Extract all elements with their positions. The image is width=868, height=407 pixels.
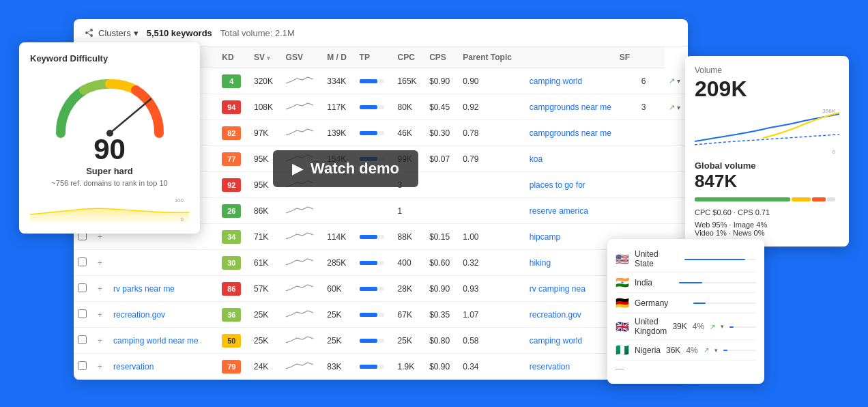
parent-topic-link[interactable]: rv camping nea [530, 284, 585, 294]
gauge-label: Super hard [86, 166, 133, 176]
row-cpc-cell: $0.30 [425, 120, 459, 146]
watch-demo-overlay[interactable]: ▶ Watch demo [273, 150, 418, 187]
row-keyword-cell: rv parks near me [109, 276, 218, 302]
row-gsv-cell: 60K [323, 276, 355, 302]
row-spacer-cell [616, 68, 637, 94]
row-spacer-cell [616, 172, 637, 198]
parent-topic-link[interactable]: hipcamp [530, 232, 560, 242]
row-add-button[interactable]: + [95, 310, 105, 320]
row-parent-cell: recreation.gov [525, 302, 616, 328]
row-cps-cell: 1.07 [459, 302, 525, 328]
parent-topic-link[interactable]: camping world [530, 336, 582, 346]
row-checkbox[interactable] [78, 361, 87, 370]
row-parent-cell: campgrounds near me [525, 120, 616, 146]
row-gsv-cell: 285K [323, 250, 355, 276]
row-checkbox[interactable] [78, 257, 87, 266]
row-parent-cell: hiking [525, 250, 616, 276]
row-md-cell [356, 276, 394, 302]
kd-mini-chart-svg: 100 0 [30, 195, 189, 223]
kd-mini-chart: 100 0 [30, 195, 189, 223]
row-gsv-cell: 117K [323, 94, 355, 120]
row-sv-cell: 24K [250, 354, 282, 380]
col-cps: CPS [425, 47, 459, 68]
trend-dropdown[interactable]: ▾ [677, 77, 680, 85]
country-trend-dropdown[interactable]: ▾ [721, 323, 724, 330]
parent-topic-link[interactable]: recreation.gov [530, 310, 581, 320]
row-tp-cell: 28K [394, 276, 426, 302]
trend-dropdown[interactable]: ▾ [677, 104, 680, 111]
row-checkbox[interactable] [78, 283, 87, 292]
row-add-cell: + [91, 250, 109, 276]
volume-number: 209K [695, 76, 839, 102]
row-parent-cell: camping world [525, 68, 616, 94]
play-icon: ▶ [292, 160, 304, 178]
row-sv-cell: 57K [250, 276, 282, 302]
row-add-button[interactable]: + [95, 284, 105, 294]
row-checkbox-cell [74, 354, 91, 380]
parent-topic-link[interactable]: reserve america [530, 206, 588, 216]
row-md-cell [356, 250, 394, 276]
country-bar-bg [693, 303, 756, 304]
parent-topic-link[interactable]: hiking [530, 258, 551, 268]
col-cpc: CPC [394, 47, 426, 68]
clusters-button[interactable]: Clusters ▾ [85, 27, 139, 38]
volume-chart: 356K 0 [695, 107, 839, 155]
svg-line-4 [88, 33, 90, 35]
parent-topic-link[interactable]: places to go for [530, 180, 585, 190]
parent-topic-link[interactable]: campgrounds near me [530, 102, 611, 112]
row-sv-cell: 25K [250, 328, 282, 354]
parent-topic-link[interactable]: campgrounds near me [530, 128, 611, 138]
parent-topic-link[interactable]: reservation [530, 362, 570, 371]
col-sv[interactable]: SV ▾ [250, 47, 282, 68]
row-checkbox[interactable] [78, 309, 87, 318]
row-tp-cell: 67K [394, 302, 426, 328]
parent-topic-link[interactable]: camping world [530, 76, 582, 86]
kd-badge: 77 [222, 152, 241, 166]
row-kd-cell: 77 [218, 146, 250, 172]
keyword-link[interactable]: reservation [113, 362, 154, 371]
row-kd-cell: 4 [218, 68, 250, 94]
row-md-cell [356, 120, 394, 146]
row-md-cell [356, 302, 394, 328]
row-cps-cell: 0.78 [459, 120, 525, 146]
svg-rect-16 [378, 261, 384, 265]
row-add-button[interactable]: + [95, 336, 105, 346]
row-checkbox-cell [74, 276, 91, 302]
row-add-button[interactable]: + [95, 258, 105, 268]
countries-card: 🇺🇸 United State 🇮🇳 India 🇩🇪 Germany 🇬🇧 U… [607, 239, 764, 384]
parent-topic-link[interactable]: koa [530, 154, 542, 164]
gauge-score: 90 [93, 133, 126, 166]
row-kd-cell: 79 [218, 354, 250, 380]
row-checkbox[interactable] [78, 335, 87, 344]
global-volume-number: 847K [695, 171, 839, 192]
country-trend-dropdown[interactable]: ▾ [714, 347, 718, 354]
total-volume: Total volume: 2.1M [220, 28, 295, 38]
svg-point-2 [90, 34, 93, 37]
col-kd[interactable]: KD [218, 47, 250, 68]
row-cps-cell [459, 198, 525, 224]
keyword-link[interactable]: camping world near me [113, 336, 199, 346]
svg-text:0: 0 [833, 149, 836, 155]
country-row: — [616, 361, 756, 377]
country-row: 🇳🇬 Nigeria 36K 4% ↗ ▾ [616, 340, 756, 361]
col-parent-topic: Parent Topic [459, 47, 525, 68]
country-bar-bg [679, 282, 756, 283]
row-sf-cell: 6 [637, 68, 665, 94]
svg-text:100: 100 [175, 197, 184, 204]
row-gsv-cell: 334K [323, 68, 355, 94]
row-sf-cell: 3 [637, 94, 665, 120]
global-volume-label: Global volume [695, 160, 839, 171]
table-row: + 30 61K 285K 400 $0.60 0.32 hiking [74, 250, 688, 276]
row-tp-cell: 46K [394, 120, 426, 146]
country-row: 🇺🇸 United State [616, 246, 756, 272]
row-md-cell [356, 94, 394, 120]
row-add-button[interactable]: + [95, 362, 105, 371]
col-spacer [525, 47, 616, 68]
row-sv-cell: 86K [250, 198, 282, 224]
row-cps-cell: 1.00 [459, 224, 525, 250]
keyword-link[interactable]: rv parks near me [113, 284, 175, 294]
keywords-count: 5,510 keywords [147, 28, 212, 38]
svg-line-3 [88, 31, 90, 32]
keyword-link[interactable]: recreation.gov [113, 310, 165, 320]
volume-label: Volume [695, 66, 839, 75]
